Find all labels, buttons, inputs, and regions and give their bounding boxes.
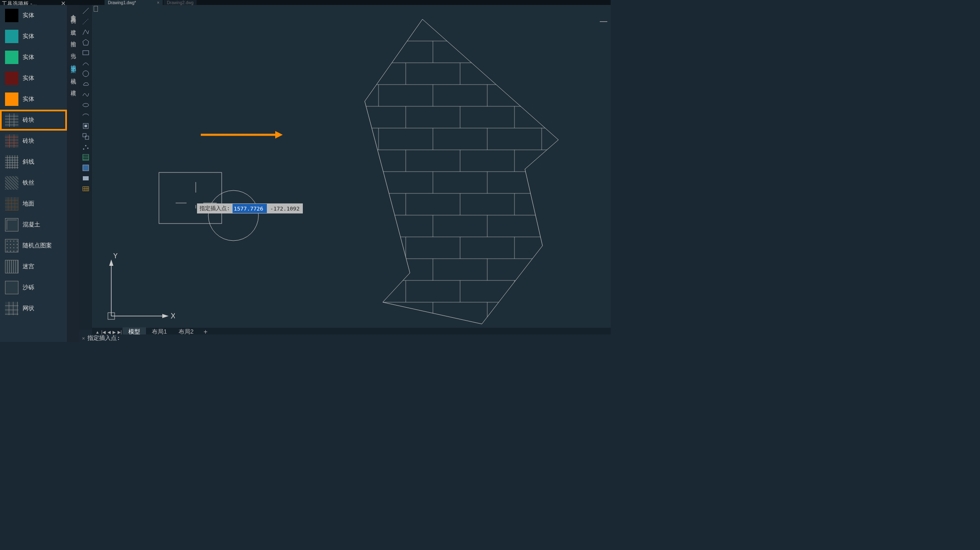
tool-gradient[interactable] (81, 163, 91, 173)
vtab-power[interactable]: 电力 (67, 44, 79, 55)
vtab-architecture[interactable]: 建筑 (67, 20, 79, 32)
tool-polygon[interactable] (81, 37, 91, 47)
tab-nav-prev-icon[interactable]: ◀ (107, 330, 112, 334)
cmdline-text: 指定插入点: (87, 334, 120, 342)
file-tabs: Drawing1.dwg*× Drawing2.dwg (92, 0, 197, 5)
svg-rect-9 (85, 136, 89, 139)
svg-rect-17 (83, 165, 89, 171)
swatch-diag (5, 176, 18, 190)
vtab-mechanical[interactable]: 机械 (67, 69, 79, 80)
tool-cloud[interactable] (81, 79, 91, 89)
tool-point[interactable] (81, 142, 91, 152)
swatch-teal (5, 30, 18, 43)
swatch-concrete (5, 218, 18, 231)
palette-random-dots[interactable]: 随机点图案 (0, 235, 67, 256)
palette-brick-red[interactable]: 砖块 (0, 131, 67, 152)
svg-marker-2 (83, 39, 89, 45)
swatch-brick-red (5, 134, 18, 148)
tool-circle[interactable] (81, 69, 91, 79)
palette-label: 混凝土 (23, 221, 40, 229)
palette-label: 铁丝 (23, 179, 34, 187)
tool-insert-block[interactable] (81, 121, 91, 131)
tool-polyline[interactable] (81, 27, 91, 37)
tab-nav-next-icon[interactable]: ▶ (112, 330, 117, 334)
swatch-net (5, 302, 18, 315)
svg-rect-23 (159, 172, 222, 224)
svg-point-5 (83, 103, 89, 107)
command-line[interactable]: ✕ 指定插入点: (79, 334, 611, 342)
swatch-green (5, 51, 18, 64)
vtab-drawing[interactable]: 绘图 (67, 32, 79, 44)
svg-line-1 (83, 18, 89, 24)
palette-solid-teal[interactable]: 实体 (0, 26, 67, 47)
palette-label: 砖块 (23, 116, 34, 124)
swatch-darkred (5, 72, 18, 85)
palette-gravel[interactable]: 沙砾 (0, 277, 67, 298)
tool-spline[interactable] (81, 90, 91, 100)
palette-label: 地面 (23, 200, 34, 208)
palette-net[interactable]: 网状 (0, 298, 67, 319)
svg-rect-7 (84, 125, 87, 127)
palette-solid-orange[interactable]: 实体 (0, 89, 67, 110)
tool-make-block[interactable] (81, 131, 91, 141)
palette-maze[interactable]: 迷宫 (0, 256, 67, 277)
palette-solid-green[interactable]: 实体 (0, 47, 67, 68)
swatch-black (5, 9, 18, 22)
palette-label: 实体 (23, 75, 34, 82)
tab-nav-last-icon[interactable]: ▶| (117, 330, 123, 334)
tab-nav-first-icon[interactable]: |◀ (100, 330, 107, 334)
tool-region[interactable] (81, 173, 91, 183)
svg-point-11 (85, 145, 87, 146)
annotation-arrow-icon (200, 129, 284, 141)
svg-point-28 (208, 190, 258, 241)
vtab-command-samples[interactable]: 命令工具样例 (67, 5, 79, 20)
palette-wire[interactable]: 铁丝 (0, 172, 67, 193)
svg-marker-96 (109, 260, 113, 266)
draw-toolbar (79, 5, 92, 329)
svg-marker-94 (162, 314, 169, 318)
palette-label: 实体 (23, 12, 34, 19)
svg-point-4 (83, 71, 89, 77)
swatch-ground (5, 197, 18, 211)
palette-concrete[interactable]: 混凝土 (0, 214, 67, 235)
minimize-icon[interactable]: — (600, 17, 607, 26)
tool-ellipse[interactable] (81, 100, 91, 110)
palette-solid-darkred[interactable]: 实体 (0, 68, 67, 89)
palette-brick[interactable]: 砖块 (0, 110, 67, 131)
vtab-hatch-patterns[interactable]: 填充图案 (67, 55, 79, 69)
tool-table[interactable] (81, 184, 91, 194)
cmdline-close-icon[interactable]: ✕ (82, 335, 85, 341)
swatch-dots (5, 239, 18, 252)
svg-point-12 (87, 148, 89, 149)
tool-ellipse-arc[interactable] (81, 111, 91, 121)
palette-diagonal[interactable]: 斜线 (0, 152, 67, 172)
vtab-modeling[interactable]: 建模 (67, 80, 79, 92)
palette-label: 实体 (23, 54, 34, 61)
palette-label: 沙砾 (23, 284, 34, 291)
file-tab-drawing2[interactable]: Drawing2.dwg (164, 0, 197, 5)
tool-line[interactable] (81, 6, 91, 16)
tool-rectangle[interactable] (81, 48, 91, 58)
svg-text:Y: Y (113, 253, 118, 260)
coord-x-input[interactable] (233, 204, 267, 213)
palette-solid-black[interactable]: 实体 (0, 5, 67, 26)
palette-ground[interactable]: 地面 (0, 193, 67, 214)
palette-label: 砖块 (23, 137, 34, 145)
tab-nav-up-icon[interactable]: ▲ (95, 330, 100, 334)
palette-label: 实体 (23, 95, 34, 103)
tool-arc[interactable] (81, 58, 91, 68)
palette-label: 迷宫 (23, 263, 34, 270)
tool-hatch[interactable] (81, 152, 91, 162)
swatch-brick (5, 113, 18, 127)
palette-label: 斜线 (23, 158, 34, 166)
palette-label: 实体 (23, 33, 34, 40)
coord-y-value: -172.1092 (267, 206, 303, 212)
svg-marker-92 (275, 131, 283, 139)
svg-rect-8 (83, 134, 86, 137)
file-tab-drawing1[interactable]: Drawing1.dwg*× (105, 0, 163, 5)
palette-category-tabs: 命令工具样例 建筑 绘图 电力 填充图案 机械 建模 (67, 5, 79, 342)
svg-point-10 (83, 149, 84, 150)
svg-rect-18 (83, 176, 89, 180)
tool-ray[interactable] (81, 16, 91, 26)
drawing-canvas[interactable]: — 指定插入点: -172.1092 (92, 5, 611, 329)
